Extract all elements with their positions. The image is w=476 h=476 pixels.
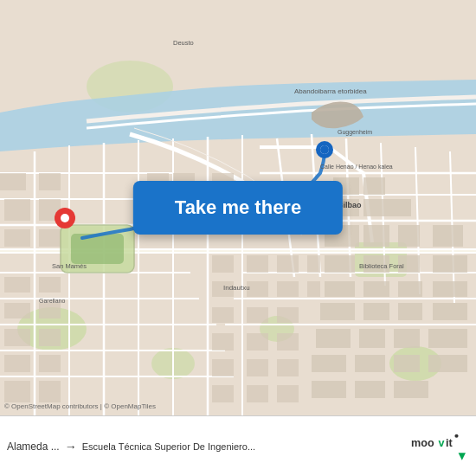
svg-rect-106 [277, 359, 299, 376]
svg-text:Guggenheim: Guggenheim [338, 129, 372, 136]
svg-text:Calle Henao / Henao kalea: Calle Henao / Henao kalea [320, 164, 393, 170]
svg-rect-69 [39, 173, 61, 190]
svg-rect-109 [277, 385, 299, 402]
svg-rect-75 [39, 303, 61, 318]
svg-rect-81 [39, 381, 61, 402]
svg-rect-74 [4, 303, 30, 318]
svg-rect-78 [4, 355, 30, 372]
svg-rect-99 [307, 255, 320, 273]
take-me-there-button[interactable]: Take me there [133, 181, 343, 235]
svg-text:Garellano: Garellano [39, 298, 65, 304]
svg-rect-95 [247, 307, 268, 323]
svg-text:v: v [439, 437, 445, 449]
svg-rect-59 [312, 355, 346, 372]
moovit-logo-svg: moo v it [411, 429, 472, 464]
svg-rect-47 [325, 281, 355, 297]
svg-rect-101 [212, 333, 234, 351]
svg-rect-77 [39, 329, 61, 346]
origin-label: Alameda ... [7, 441, 60, 453]
svg-rect-52 [363, 303, 389, 320]
app-container: Abandoibarra etorbidea Calle Henao / Hen… [0, 0, 476, 476]
svg-rect-56 [359, 329, 385, 348]
svg-rect-38 [389, 199, 411, 216]
svg-text:Abandoibarra etorbidea: Abandoibarra etorbidea [294, 87, 367, 95]
svg-rect-58 [428, 329, 467, 348]
svg-rect-94 [247, 281, 268, 297]
svg-text:Indautxu: Indautxu [223, 284, 250, 292]
svg-rect-98 [277, 307, 299, 323]
svg-rect-71 [39, 229, 61, 247]
svg-rect-64 [355, 381, 385, 398]
bottom-bar: Alameda ... → Escuela Técnica Superior D… [0, 415, 476, 476]
svg-rect-111 [71, 234, 124, 264]
bottom-info: Alameda ... → Escuela Técnica Superior D… [7, 440, 407, 453]
svg-rect-65 [394, 381, 428, 398]
svg-rect-61 [394, 355, 420, 372]
svg-rect-104 [212, 359, 234, 376]
svg-rect-51 [320, 303, 355, 320]
svg-text:Biblioteca Foral: Biblioteca Foral [359, 262, 404, 270]
svg-rect-80 [4, 381, 30, 402]
svg-rect-108 [247, 385, 268, 402]
svg-text:moo: moo [411, 437, 434, 449]
svg-point-116 [320, 145, 329, 154]
svg-rect-50 [433, 281, 467, 297]
svg-point-130 [454, 434, 458, 437]
svg-rect-100 [307, 281, 320, 297]
svg-rect-90 [212, 255, 234, 273]
svg-rect-103 [277, 333, 299, 351]
svg-rect-43 [325, 255, 355, 273]
svg-rect-35 [363, 177, 385, 195]
svg-rect-62 [428, 355, 467, 372]
svg-point-113 [61, 214, 69, 222]
route-info: Alameda ... → Escuela Técnica Superior D… [7, 440, 407, 453]
moovit-logo: moo v it [407, 416, 476, 477]
destination-label: Escuela Técnica Superior De Ingeniero... [82, 441, 255, 452]
svg-rect-55 [316, 329, 351, 348]
svg-rect-49 [398, 281, 422, 297]
svg-rect-73 [39, 277, 61, 293]
svg-rect-46 [433, 255, 467, 273]
svg-rect-57 [394, 329, 420, 348]
arrow-icon: → [65, 440, 77, 453]
svg-rect-102 [247, 333, 268, 351]
svg-rect-42 [433, 225, 463, 247]
svg-text:San Mamés: San Mamés [52, 262, 87, 270]
svg-rect-41 [398, 225, 420, 247]
svg-rect-53 [398, 303, 422, 320]
svg-rect-60 [355, 355, 385, 372]
svg-rect-67 [4, 199, 30, 221]
svg-rect-68 [4, 229, 30, 247]
svg-rect-107 [212, 385, 234, 402]
svg-rect-92 [212, 307, 234, 323]
svg-rect-93 [247, 255, 268, 273]
svg-rect-76 [4, 329, 30, 346]
svg-rect-96 [277, 255, 299, 273]
svg-rect-54 [433, 303, 467, 320]
svg-rect-63 [312, 381, 346, 398]
svg-text:Deusto: Deusto [173, 39, 194, 47]
svg-rect-66 [0, 173, 26, 190]
svg-rect-79 [39, 355, 61, 372]
svg-rect-72 [4, 277, 30, 293]
svg-rect-37 [363, 199, 389, 216]
svg-rect-48 [363, 281, 389, 297]
svg-rect-105 [247, 359, 268, 376]
svg-text:it: it [446, 437, 453, 449]
svg-rect-97 [277, 281, 299, 297]
svg-rect-40 [363, 225, 389, 247]
map-container: Abandoibarra etorbidea Calle Henao / Hen… [0, 0, 476, 415]
svg-text:© OpenStreetMap contributors |: © OpenStreetMap contributors | © OpenMap… [4, 402, 156, 410]
svg-marker-131 [459, 453, 466, 460]
